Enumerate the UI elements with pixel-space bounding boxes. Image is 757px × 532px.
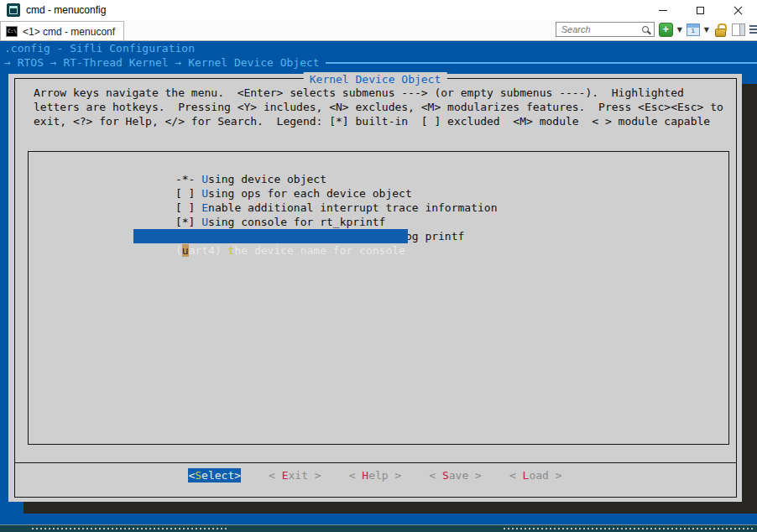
search-icon bbox=[642, 26, 649, 33]
select-button[interactable]: <Select> bbox=[188, 468, 241, 482]
status-text-clipped bbox=[32, 528, 227, 529]
exit-button[interactable]: < Exit > bbox=[269, 468, 321, 482]
menu-item-buffer-size[interactable]: (128) the buffer size for console log pr… bbox=[136, 215, 464, 229]
toolbar: + ▼ ▼ bbox=[556, 22, 757, 37]
status-text-clipped bbox=[504, 528, 754, 529]
save-button[interactable]: < Save > bbox=[429, 468, 482, 482]
new-console-dropdown-icon[interactable]: ▼ bbox=[677, 26, 682, 34]
console-list-dropdown-icon[interactable]: ▼ bbox=[704, 26, 709, 34]
console-list-icon[interactable] bbox=[687, 23, 700, 36]
menu-icon[interactable] bbox=[749, 25, 757, 34]
titlebar: cmd - menuconfig bbox=[0, 0, 757, 20]
instructions-line: exit, <?> for Help, </> for Search. Lege… bbox=[34, 114, 723, 128]
button-separator bbox=[14, 462, 737, 463]
cmd-icon bbox=[6, 26, 18, 37]
dialog-instructions: Arrow keys navigate the menu. <Enter> se… bbox=[34, 86, 723, 128]
maximize-button[interactable] bbox=[681, 0, 719, 20]
window-title: cmd - menuconfig bbox=[26, 4, 106, 16]
load-button[interactable]: < Load > bbox=[509, 468, 562, 482]
tab-bar: <1> cmd - menuconf + ▼ ▼ bbox=[0, 20, 757, 41]
app-icon bbox=[7, 3, 20, 17]
config-header: .config - Sifli Configuration bbox=[0, 41, 757, 55]
dialog-title: Kernel Device Object bbox=[304, 72, 447, 86]
console-tab[interactable]: <1> cmd - menuconf bbox=[0, 21, 124, 41]
menu-item-using-console[interactable]: [*] Using console for rt_kprintf bbox=[136, 201, 385, 215]
instructions-line: letters are hotkeys. Pressing <Y> includ… bbox=[34, 100, 723, 114]
instructions-line: Arrow keys navigate the menu. <Enter> se… bbox=[34, 86, 723, 100]
close-button[interactable] bbox=[719, 0, 757, 20]
text-cursor: u bbox=[182, 244, 189, 257]
minimize-icon bbox=[659, 10, 667, 11]
split-panel-icon[interactable] bbox=[732, 23, 745, 36]
console-tab-label: <1> cmd - menuconf bbox=[23, 26, 115, 38]
search-input[interactable] bbox=[560, 23, 642, 35]
status-bar bbox=[0, 524, 757, 532]
breadcrumb: → RTOS → RT-Thread Kernel → Kernel Devic… bbox=[0, 55, 757, 70]
menu-item-console-device-name-selected[interactable]: (uart4) the device name for console bbox=[133, 229, 408, 243]
dialog-buttons: <Select> < Exit > < Help > < Save > < Lo… bbox=[8, 468, 742, 482]
help-button[interactable]: < Help > bbox=[349, 468, 402, 482]
menu-item-using-ops[interactable]: [ ] Using ops for each device object bbox=[136, 172, 412, 186]
search-box bbox=[556, 22, 655, 37]
breadcrumb-text: → RTOS → RT-Thread Kernel → Kernel Devic… bbox=[4, 55, 320, 70]
lock-icon[interactable] bbox=[713, 23, 728, 37]
window-controls bbox=[644, 0, 757, 20]
new-console-button[interactable]: + bbox=[659, 23, 673, 37]
breadcrumb-rule bbox=[326, 62, 757, 64]
close-icon bbox=[734, 6, 743, 15]
minimize-button[interactable] bbox=[644, 0, 681, 20]
terminal-screen: .config - Sifli Configuration → RTOS → R… bbox=[0, 41, 757, 532]
dialog-shadow-right bbox=[742, 84, 757, 514]
menu-item-using-device-object[interactable]: -*- Using device object bbox=[136, 158, 326, 172]
dialog-shadow-bottom bbox=[23, 502, 757, 514]
menu-item-interrupt-trace[interactable]: [ ] Enable additional interrupt trace in… bbox=[136, 186, 497, 201]
maximize-icon bbox=[697, 7, 704, 14]
menuconfig-dialog: Kernel Device Object Arrow keys navigate… bbox=[8, 74, 742, 502]
